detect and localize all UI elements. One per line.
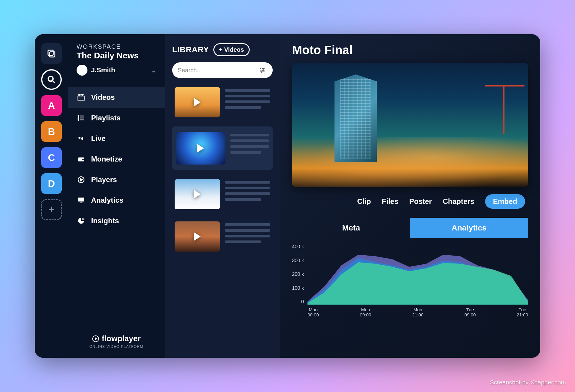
analytics-chart: 400 k300 k200 k100 k0 Mon 00:00Mon 09:00… xyxy=(292,244,528,317)
video-thumbnail xyxy=(176,132,225,165)
library-item[interactable] xyxy=(172,176,273,212)
svg-point-19 xyxy=(263,70,264,71)
play-circle-icon xyxy=(77,176,86,184)
app-window: A B C D + WORKSPACE The Daily News J.Smi… xyxy=(35,34,540,358)
svg-line-3 xyxy=(53,81,55,83)
svg-point-8 xyxy=(78,119,79,120)
icon-rail: A B C D + xyxy=(35,34,68,358)
video-meta-lines xyxy=(230,132,269,154)
video-meta-lines xyxy=(225,179,270,201)
video-thumbnail xyxy=(175,221,220,252)
watermark: Screenshot by Xnapper.com xyxy=(490,379,566,386)
brand-footer: flowplayer ONLINE VIDEO PLATFORM xyxy=(68,334,165,349)
filter-icon[interactable] xyxy=(258,65,267,75)
nav-list: Videos Playlists Live Monetize xyxy=(68,87,165,231)
nav-label: Monetize xyxy=(91,155,122,163)
nav-analytics[interactable]: Analytics xyxy=(68,190,165,211)
wallet-icon xyxy=(77,155,86,163)
svg-point-17 xyxy=(261,68,262,69)
workspace-name: The Daily News xyxy=(77,51,156,60)
clapperboard-icon xyxy=(77,93,86,102)
video-meta-lines xyxy=(225,221,270,243)
search-input[interactable] xyxy=(178,67,258,74)
nav-label: Insights xyxy=(91,217,119,225)
tab-clip[interactable]: Clip xyxy=(357,194,371,209)
tab-poster[interactable]: Poster xyxy=(409,194,432,209)
nav-label: Videos xyxy=(91,93,115,102)
video-thumbnail xyxy=(175,179,220,209)
play-icon xyxy=(194,98,201,106)
tab-files[interactable]: Files xyxy=(382,194,399,209)
play-icon xyxy=(197,144,204,152)
list-icon xyxy=(77,114,86,122)
user-selector[interactable]: J.Smith ⌄ xyxy=(77,65,156,76)
sub-tabs: Meta Analytics xyxy=(292,218,528,238)
nav-insights[interactable]: Insights xyxy=(68,211,165,231)
rail-workspace-c[interactable]: C xyxy=(41,147,62,168)
svg-rect-0 xyxy=(48,50,53,55)
rail-workspace-b[interactable]: B xyxy=(41,121,62,142)
brand-tagline: ONLINE VIDEO PLATFORM xyxy=(74,345,159,349)
main-content: Moto Final Clip Files Poster Chapters Em… xyxy=(280,34,540,358)
video-preview[interactable] xyxy=(292,63,528,187)
nav-videos[interactable]: Videos xyxy=(68,87,165,108)
svg-rect-14 xyxy=(78,198,84,201)
nav-live[interactable]: Live xyxy=(68,128,165,149)
video-meta-lines xyxy=(225,87,270,109)
add-videos-button[interactable]: + Videos xyxy=(213,43,250,56)
search-box xyxy=(172,62,273,78)
rail-workspace-a[interactable]: A xyxy=(41,95,62,116)
chart-y-axis: 400 k300 k200 k100 k0 xyxy=(292,244,307,317)
library-title: LIBRARY xyxy=(172,45,209,54)
sidebar: WORKSPACE The Daily News J.Smith ⌄ Video… xyxy=(68,34,165,358)
play-icon xyxy=(194,190,201,198)
nav-label: Live xyxy=(91,134,106,143)
rail-search-icon[interactable] xyxy=(41,69,62,90)
library-header: LIBRARY + Videos xyxy=(172,43,273,56)
nav-label: Players xyxy=(91,175,117,184)
presentation-icon xyxy=(77,196,86,204)
workspace-header: WORKSPACE The Daily News J.Smith ⌄ xyxy=(68,43,165,81)
nav-monetize[interactable]: Monetize xyxy=(68,149,165,169)
workspace-overline: WORKSPACE xyxy=(77,43,156,50)
nav-label: Playlists xyxy=(91,114,120,122)
library-panel: LIBRARY + Videos xyxy=(165,34,280,358)
svg-point-21 xyxy=(261,71,262,73)
svg-rect-1 xyxy=(50,52,55,57)
library-item[interactable] xyxy=(172,218,273,255)
video-title: Moto Final xyxy=(292,43,528,57)
brand-name: flowplayer xyxy=(102,334,141,343)
rail-add-workspace[interactable]: + xyxy=(41,199,62,220)
svg-point-10 xyxy=(78,137,80,139)
nav-label: Analytics xyxy=(91,196,123,204)
svg-point-4 xyxy=(78,116,79,116)
library-item[interactable] xyxy=(172,84,273,120)
video-thumbnail xyxy=(175,87,220,117)
user-name: J.Smith xyxy=(91,66,115,74)
video-tabs: Clip Files Poster Chapters Embed xyxy=(292,194,528,209)
pie-chart-icon xyxy=(77,217,86,225)
tab-chapters[interactable]: Chapters xyxy=(443,194,474,209)
nav-playlists[interactable]: Playlists xyxy=(68,108,165,128)
svg-point-2 xyxy=(48,76,53,81)
avatar xyxy=(77,65,87,76)
rail-workspace-d[interactable]: D xyxy=(41,173,62,194)
chart-x-axis: Mon 00:00Mon 09:00Mon 21:00Tue 09:00Tue … xyxy=(307,307,528,317)
tab-embed[interactable]: Embed xyxy=(485,194,525,209)
brand-logo: flowplayer xyxy=(74,334,159,343)
svg-point-6 xyxy=(78,117,79,118)
subtab-analytics[interactable]: Analytics xyxy=(410,218,528,238)
svg-rect-12 xyxy=(82,159,84,160)
live-icon xyxy=(77,135,86,142)
chart-area: Mon 00:00Mon 09:00Mon 21:00Tue 09:00Tue … xyxy=(307,244,528,317)
library-item[interactable] xyxy=(172,126,273,170)
nav-players[interactable]: Players xyxy=(68,169,165,190)
rail-window-icon[interactable] xyxy=(41,43,62,64)
chevron-down-icon: ⌄ xyxy=(151,67,156,74)
play-icon xyxy=(194,232,201,241)
subtab-meta[interactable]: Meta xyxy=(292,218,410,238)
